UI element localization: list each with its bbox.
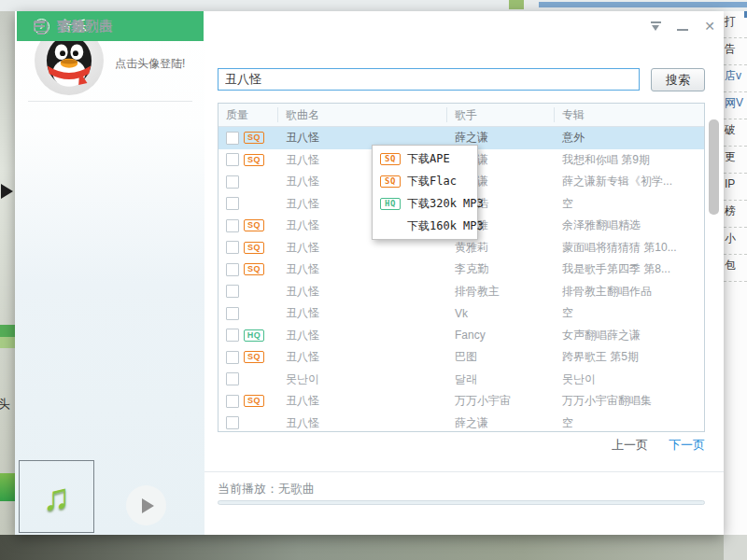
table-row[interactable]: SQ 丑八怪 万万小宇宙 万万小宇宙翻唱集 [218,390,704,413]
close-icon[interactable]: ✕ [703,21,716,32]
row-checkbox[interactable] [226,263,239,276]
context-menu-item[interactable]: 下载160k MP3 [373,215,477,237]
table-row[interactable]: SQ 丑八怪 李克勤 我是歌手第四季 第8... [218,259,704,281]
main-panel: ✕ 搜索 质量 歌曲名 歌手 专辑 [204,11,724,535]
context-menu-item[interactable]: HQ 下载320k MP3 [373,192,477,215]
background-link-text: 更 [725,150,736,163]
context-menu-item-label: 下载160k MP3 [407,218,484,234]
album-cell: 我是歌手第四季 第8... [555,261,704,277]
context-menu-item[interactable]: SQ 下载Flac [373,170,477,192]
artist-cell: 薛之谦 [447,415,555,431]
row-checkbox[interactable] [226,153,239,166]
table-row[interactable]: SQ 丑八怪 黄雅莉 蒙面唱将猜猜猜 第10... [218,237,704,259]
album-cell: 蒙面唱将猜猜猜 第10... [555,240,704,256]
sidebar-item-icon [34,21,48,32]
row-checkbox[interactable] [226,329,239,342]
table-row[interactable]: HQ 丑八怪 Fancy 女声翻唱薛之谦 [218,325,704,347]
background-link: 网V [724,92,747,119]
background-link-text: 网V [725,96,743,109]
row-checkbox[interactable] [226,241,239,254]
desktop-cut-text: 头 [0,396,15,413]
quality-badge: SQ [244,242,264,254]
screen: 头 打 告 店v 网V 破 更 IP 榜 小 包 [0,0,747,560]
desktop-left-strip: 头 [0,11,15,535]
desktop-right-strip: 打 告 店v 网V 破 更 IP 榜 小 包 [724,11,747,535]
table-row[interactable]: 丑八怪 薛之谦 空 [218,413,704,435]
background-link: 店v [724,65,747,92]
background-link: 告 [724,38,747,65]
row-checkbox[interactable] [226,307,239,320]
column-header-artist[interactable]: 歌手 [447,107,555,122]
quality-badge: SQ [244,132,264,144]
background-link-text: 破 [725,123,736,136]
sidebar-item-label: 支持 [57,18,85,35]
background-link: 更 [724,147,747,174]
background-link: 破 [724,119,747,147]
table-row[interactable]: 丑八怪 Vk 空 [218,302,704,325]
song-cell: 丑八怪 [278,284,447,300]
next-page-link[interactable]: 下一页 [669,437,705,454]
scrollbar-thumb[interactable] [709,119,719,215]
quality-cell [218,372,278,385]
column-header-quality[interactable]: 质量 [218,107,278,122]
quality-badge: SQ [380,153,401,165]
quality-badge: SQ [244,395,264,407]
table-row[interactable]: 못난이 달래 못난이 [218,369,704,391]
row-checkbox[interactable] [226,372,239,385]
song-cell: 못난이 [278,371,447,387]
sidebar-divider [28,101,192,102]
progress-bar[interactable] [218,500,705,505]
row-checkbox[interactable] [226,197,239,210]
song-cell: 丑八怪 [278,328,447,343]
desktop-green-bar [0,325,15,337]
row-checkbox[interactable] [226,285,239,298]
quality-cell: SQ [218,241,278,254]
play-button[interactable] [126,485,166,525]
row-checkbox[interactable] [226,175,239,189]
column-header-album[interactable]: 专辑 [555,107,704,122]
context-menu-item[interactable]: SQ 下载APE [373,147,477,170]
pagination: 上一页 下一页 [612,437,705,454]
app-window: 点击头像登陆! 音乐 歌单 下载列表 [15,11,724,535]
table-header: 质量 歌曲名 歌手 专辑 [218,104,704,127]
album-art-box: ♫ [19,460,94,533]
row-checkbox[interactable] [226,395,239,408]
now-playing-label: 当前播放：无歌曲 [218,481,315,497]
skin-menu-icon[interactable] [649,21,662,32]
song-cell: 丑八怪 [278,415,447,431]
column-header-song[interactable]: 歌曲名 [278,107,447,122]
table-row[interactable]: SQ 丑八怪 巴图 跨界歌王 第5期 [218,346,704,369]
background-link: IP [724,174,747,201]
album-cell: 余泽雅翻唱精选 [555,217,704,233]
quality-cell: SQ [218,395,278,408]
song-cell: 丑八怪 [278,261,447,277]
album-cell: 万万小宇宙翻唱集 [555,393,704,409]
quality-cell: SQ [218,263,278,276]
album-cell: 跨界歌王 第5期 [555,349,704,365]
row-checkbox[interactable] [226,416,239,429]
search-button[interactable]: 搜索 [651,68,705,91]
artist-cell: Vk [447,307,555,320]
quality-badge: SQ [244,154,264,166]
sidebar-item[interactable]: 支持 [17,11,204,41]
desktop-blue-bar [539,2,747,7]
row-checkbox[interactable] [226,132,239,145]
album-cell: 못난이 [555,371,704,387]
table-row[interactable]: 丑八怪 排骨教主 排骨教主翻唱作品 [218,281,704,303]
desktop-green-block [0,473,15,501]
login-hint[interactable]: 点击头像登陆! [115,56,185,72]
sidebar: 点击头像登陆! 音乐 歌单 下载列表 [15,11,204,535]
artist-cell: 万万小宇宙 [447,393,555,409]
search-row: 搜索 [218,68,705,92]
minimize-icon[interactable] [676,21,689,32]
prev-page-link[interactable]: 上一页 [612,437,648,454]
row-checkbox[interactable] [226,219,239,232]
search-input[interactable] [218,68,640,91]
row-checkbox[interactable] [226,351,239,364]
background-link-text: 告 [725,42,736,55]
quality-badge: SQ [244,263,264,275]
quality-badge: HQ [244,329,264,342]
desktop-bottom-corner [724,535,747,560]
song-cell: 丑八怪 [278,240,447,256]
player-divider [204,471,724,472]
